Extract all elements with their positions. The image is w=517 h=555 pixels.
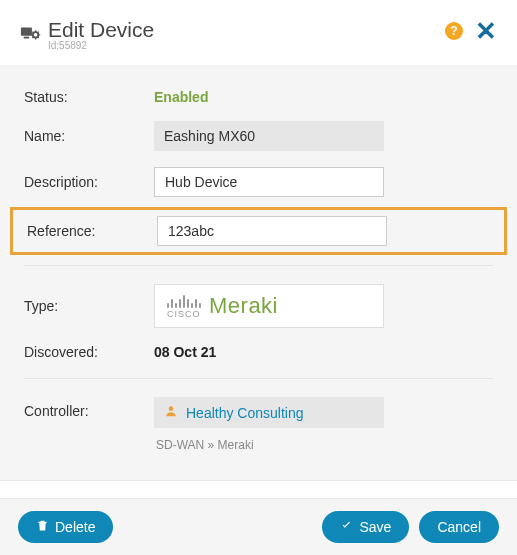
type-row: Type: CISCO Meraki [0,276,517,336]
status-row: Status: Enabled [0,81,517,113]
cisco-logo-icon: CISCO [167,294,201,319]
divider [24,378,493,379]
controller-link[interactable]: Healthy Consulting [186,405,304,421]
discovered-value: 08 Oct 21 [154,344,216,360]
svg-rect-1 [24,37,30,39]
name-value: Eashing MX60 [154,121,384,151]
description-row: Description: [0,159,517,205]
cancel-button-label: Cancel [437,519,481,535]
discovered-label: Discovered: [24,344,154,360]
controller-value-box: Healthy Consulting [154,397,384,428]
reference-input[interactable] [157,216,387,246]
discovered-row: Discovered: 08 Oct 21 [0,336,517,368]
cancel-button[interactable]: Cancel [419,511,499,543]
dialog-title: Edit Device [48,18,445,42]
reference-label: Reference: [27,223,157,239]
name-row: Name: Eashing MX60 [0,113,517,159]
svg-point-3 [169,406,174,411]
delete-button-label: Delete [55,519,95,535]
controller-label: Controller: [24,397,154,419]
controller-row: Controller: Healthy Consulting SD-WAN » … [0,389,517,460]
name-label: Name: [24,128,154,144]
type-label: Type: [24,298,154,314]
save-button-label: Save [359,519,391,535]
form-body: Status: Enabled Name: Eashing MX60 Descr… [0,65,517,481]
check-icon [340,519,353,535]
controller-icon [164,404,178,421]
save-button[interactable]: Save [322,511,409,543]
trash-icon [36,519,49,535]
delete-button[interactable]: Delete [18,511,113,543]
status-value: Enabled [154,89,384,105]
meraki-text: Meraki [209,293,278,319]
type-value: CISCO Meraki [154,284,384,328]
reference-row-highlight: Reference: [10,207,507,255]
dialog-footer: Delete Save Cancel [0,498,517,555]
svg-rect-0 [21,28,32,36]
device-settings-icon [20,22,42,48]
controller-breadcrumb: SD-WAN » Meraki [154,438,493,452]
description-input[interactable] [154,167,384,197]
divider [24,265,493,266]
cisco-text: CISCO [167,309,201,319]
dialog-header: Edit Device Id:55892 ? ✕ [0,0,517,65]
description-label: Description: [24,174,154,190]
help-icon[interactable]: ? [445,22,463,40]
close-icon[interactable]: ✕ [475,18,497,44]
status-label: Status: [24,89,154,105]
